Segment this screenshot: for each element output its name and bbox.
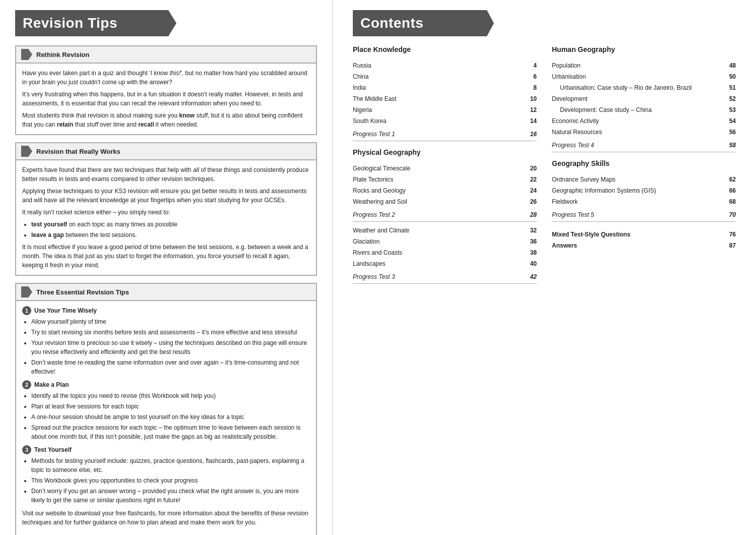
left-page: Revision Tips Rethink Revision Have you …	[0, 0, 333, 535]
progress-test-1-page: 16	[524, 130, 537, 139]
contents-row-mixed: Mixed Test-Style Questions 76	[552, 229, 736, 240]
progress-test-4-label: Progress Test 4	[552, 141, 723, 150]
tip2-bullet3: A one-hour session should be ample to te…	[31, 412, 310, 422]
progress-test-1-row: Progress Test 1 16	[353, 129, 537, 141]
tip1-header: 1 Use Your Time Wisely	[22, 306, 310, 315]
contents-row-weathering-soil: Weathering and Soil 26	[353, 196, 537, 207]
contents-row-economic-activity: Economic Activity 54	[552, 115, 736, 127]
tip1-bullet3: Your revision time is precious so use it…	[31, 338, 310, 356]
place-knowledge-title: Place Knowledge	[353, 45, 537, 55]
economic-activity-label: Economic Activity	[552, 116, 723, 126]
contents-row-china: China 6	[353, 71, 537, 82]
natural-resources-page: 56	[723, 128, 736, 137]
contents-row-south-korea: South Korea 14	[353, 115, 537, 127]
os-maps-label: Ordnance Survey Maps	[552, 175, 723, 184]
urbanisation-casestudy-page: 51	[723, 83, 736, 92]
economic-activity-page: 54	[723, 116, 736, 126]
gis-page: 66	[723, 186, 736, 195]
contents-col-left: Place Knowledge Russia 4 China 6 India 8…	[353, 45, 537, 287]
revision-works-section: Revision that Really Works Experts have …	[15, 142, 317, 276]
three-tips-section: Three Essential Revision Tips 1 Use Your…	[15, 283, 317, 535]
progress-test-3-label: Progress Test 3	[353, 272, 524, 281]
section2-para2: Applying these techniques to your KS3 re…	[22, 187, 310, 205]
tip3-title: Test Yourself	[34, 446, 72, 453]
russia-label: Russia	[353, 61, 524, 70]
section2-bullet1: test yourself on each topic as many time…	[31, 220, 310, 229]
section1-para1: Have you ever taken part in a quiz and t…	[22, 69, 310, 87]
os-maps-page: 62	[723, 175, 736, 184]
header-background-left: Revision Tips	[15, 10, 176, 36]
answers-page: 87	[723, 241, 736, 250]
tip3-bullet2: This Workbook gives you opportunities to…	[31, 476, 310, 485]
section2-content: Experts have found that there are two te…	[16, 160, 316, 275]
rivers-coasts-label: Rivers and Coasts	[353, 248, 524, 257]
tip1-bullet1: Allow yourself plenty of time	[31, 317, 310, 326]
natural-resources-label: Natural Resources	[552, 128, 723, 137]
weathering-soil-page: 26	[524, 197, 537, 206]
contents-row-natural-resources: Natural Resources 56	[552, 127, 736, 138]
tip3-bullet3: Don’t worry if you get an answer wrong –…	[31, 487, 310, 505]
mixed-page: 76	[723, 230, 736, 239]
header-background-right: Contents	[353, 10, 494, 36]
landscapes-page: 40	[524, 259, 537, 268]
contents-row-nigeria: Nigeria 12	[353, 104, 537, 115]
left-page-header: Revision Tips	[15, 10, 317, 36]
section-arrow-icon	[21, 49, 32, 60]
contents-row-glaciation: Glaciation 36	[353, 236, 537, 247]
section1-para3: Most students think that revision is abo…	[22, 111, 310, 129]
progress-test-1-label: Progress Test 1	[353, 130, 524, 139]
contents-row-urbanisation-casestudy: Urbanisation: Case study – Rio de Janeir…	[552, 82, 736, 93]
tip3-number: 3	[22, 445, 31, 454]
tip2-title: Make a Plan	[34, 381, 69, 388]
rethink-revision-section: Rethink Revision Have you ever taken par…	[15, 45, 317, 135]
tip2-bullet2: Plan at least five sessions for each top…	[31, 402, 310, 411]
development-page: 52	[723, 94, 736, 103]
weather-climate-label: Weather and Climate	[353, 226, 524, 235]
contents-row-answers: Answers 87	[552, 240, 736, 251]
progress-test-5-row: Progress Test 5 70	[552, 209, 736, 222]
india-page: 8	[524, 83, 537, 92]
human-geo-title: Human Geography	[552, 45, 736, 55]
tip2-number: 2	[22, 380, 31, 389]
tip2: 2 Make a Plan Identify all the topics yo…	[22, 380, 310, 441]
contents-row-rocks-geology: Rocks and Geology 24	[353, 185, 537, 196]
tip1-bullet4: Don’t waste time re-reading the same inf…	[31, 358, 310, 376]
geo-timescale-label: Geological Timescale	[353, 164, 524, 173]
urbanisation-label: Urbanisation	[552, 72, 723, 81]
section2-title-bar: Revision that Really Works	[16, 143, 316, 160]
tip3-bullets: Methods for testing yourself include: qu…	[31, 456, 310, 505]
development-label: Development	[552, 94, 723, 103]
china-label: China	[353, 72, 524, 81]
india-label: India	[353, 83, 524, 92]
geo-timescale-page: 20	[524, 164, 537, 173]
progress-test-5-page: 70	[723, 210, 736, 219]
tip2-bullet4: Spread out the practice sessions for eac…	[31, 423, 310, 441]
urbanisation-page: 50	[723, 72, 736, 81]
section2-para4: It is most effective if you leave a good…	[22, 243, 310, 270]
section1-title: Rethink Revision	[36, 51, 89, 58]
population-page: 48	[723, 61, 736, 70]
rivers-coasts-page: 38	[524, 248, 537, 257]
contents-row-gis: Geographic Information Systems (GIS) 66	[552, 185, 736, 196]
section1-content: Have you ever taken part in a quiz and t…	[16, 64, 316, 134]
china-page: 6	[524, 72, 537, 81]
contents-col-right: Human Geography Population 48 Urbanisati…	[552, 45, 736, 287]
section2-bullet2: leave a gap between the test sessions.	[31, 230, 310, 240]
right-page-title: Contents	[360, 15, 484, 31]
left-page-title: Revision Tips	[23, 15, 166, 31]
contents-row-fieldwork: Fieldwork 68	[552, 196, 736, 207]
contents-row-development-casestudy: Development: Case study – China 53	[552, 104, 736, 115]
population-label: Population	[552, 61, 723, 70]
section-arrow-icon2	[21, 146, 32, 157]
contents-row-rivers-coasts: Rivers and Coasts 38	[353, 247, 537, 258]
tip1: 1 Use Your Time Wisely Allow yourself pl…	[22, 306, 310, 376]
section3-content: 1 Use Your Time Wisely Allow yourself pl…	[16, 301, 316, 535]
landscapes-label: Landscapes	[353, 259, 524, 268]
section1-para2: It’s very frustrating when this happens,…	[22, 90, 310, 108]
website-link[interactable]: www.collins.co.uk/collinsks3revision	[22, 532, 310, 535]
contents-columns: Place Knowledge Russia 4 China 6 India 8…	[353, 45, 736, 287]
right-page: Contents Place Knowledge Russia 4 China …	[333, 0, 756, 535]
weathering-soil-label: Weathering and Soil	[353, 197, 524, 206]
weather-climate-page: 32	[524, 226, 537, 235]
contents-row-os-maps: Ordnance Survey Maps 62	[552, 174, 736, 185]
